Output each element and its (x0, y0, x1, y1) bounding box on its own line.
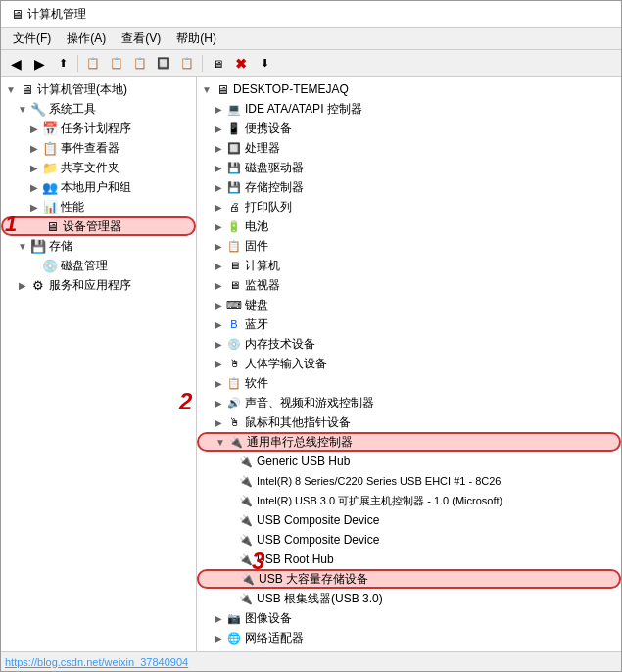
expander-audio[interactable]: ▶ (213, 397, 224, 408)
toolbar-up[interactable]: ⬆ (52, 53, 73, 74)
toolbar-btn1[interactable]: 📋 (82, 53, 104, 74)
menu-help[interactable]: 帮助(H) (168, 28, 224, 49)
tree-item-computer-mgmt[interactable]: ▼ 🖥 计算机管理(本地) (1, 79, 196, 99)
expander-monitors[interactable]: ▶ (213, 279, 224, 291)
tree-item-bluetooth[interactable]: ▶ B 蓝牙 (197, 314, 621, 334)
label-computer: 计算机 (245, 258, 280, 274)
label-firmware: 固件 (245, 238, 268, 255)
tree-item-intel8[interactable]: ▶ 🔌 Intel(R) 8 Series/C220 Series USB EH… (197, 471, 621, 491)
menu-view[interactable]: 查看(V) (114, 28, 168, 49)
tree-item-audio[interactable]: ▶ 🔊 声音、视频和游戏控制器 (197, 393, 621, 412)
tree-item-ide[interactable]: ▶ 💻 IDE ATA/ATAPI 控制器 (197, 99, 621, 119)
tree-item-usb-comp1[interactable]: ▶ 🔌 USB Composite Device (197, 510, 621, 530)
icon-usb-root: 🔌 (238, 552, 254, 567)
tree-item-processor[interactable]: ▶ 🔲 处理器 (197, 138, 621, 158)
expander-keyboard[interactable]: ▶ (213, 299, 224, 311)
toolbar-btn2[interactable]: 📋 (106, 53, 127, 74)
expander-portable[interactable]: ▶ (213, 122, 224, 134)
tree-item-usb-ctrl[interactable]: ▼ 🔌 通用串行总线控制器 (197, 432, 621, 452)
expander-image[interactable]: ▶ (213, 612, 224, 624)
toolbar-back[interactable]: ◀ (5, 53, 26, 74)
tree-item-perf[interactable]: ▶ 📊 性能 (1, 197, 196, 216)
toolbar-btn5[interactable]: 📋 (176, 53, 198, 74)
tree-item-task[interactable]: ▶ 📅 任务计划程序 (1, 119, 196, 138)
status-url: https://blog.csdn.net/weixin_37840904 (5, 656, 188, 668)
expander-task[interactable]: ▶ (28, 122, 40, 134)
expander-memory[interactable]: ▶ (213, 338, 224, 350)
expander-desktop[interactable]: ▼ (201, 83, 213, 95)
icon-perf: 📊 (42, 199, 58, 215)
expander-shared[interactable]: ▶ (28, 162, 40, 173)
tree-item-device-mgr[interactable]: ▶ 🖥 设备管理器 (1, 216, 196, 236)
expander-network[interactable]: ▶ (213, 632, 224, 644)
toolbar-close[interactable]: ✖ (230, 53, 252, 74)
expander-bluetooth[interactable]: ▶ (213, 318, 224, 330)
expander-storage[interactable]: ▼ (17, 240, 28, 252)
tree-item-desktop[interactable]: ▼ 🖥 DESKTOP-TEMEJAQ (197, 79, 621, 99)
tree-item-usb-root[interactable]: ▶ 🔌 USB Root Hub (197, 550, 621, 569)
title-bar: 🖥 计算机管理 (1, 1, 621, 28)
tree-item-shared[interactable]: ▶ 📁 共享文件夹 (1, 158, 196, 177)
tree-item-computer[interactable]: ▶ 🖥 计算机 (197, 256, 621, 275)
tree-item-disk-drives[interactable]: ▶ 💾 磁盘驱动器 (197, 158, 621, 177)
tree-item-disk[interactable]: ▶ 💿 磁盘管理 (1, 256, 196, 275)
tree-item-generic-hub[interactable]: ▶ 🔌 Generic USB Hub (197, 452, 621, 471)
toolbar-monitor[interactable]: 🖥 (207, 53, 228, 74)
menu-action[interactable]: 操作(A) (59, 28, 114, 49)
tree-item-usb-root3[interactable]: ▶ 🔌 USB 根集线器(USB 3.0) (197, 589, 621, 608)
tree-item-local-users[interactable]: ▶ 👥 本地用户和组 (1, 177, 196, 197)
tree-item-firmware[interactable]: ▶ 📋 固件 (197, 236, 621, 256)
tree-item-mouse[interactable]: ▶ 🖱 鼠标和其他指针设备 (197, 412, 621, 432)
icon-hid: 🖱 (226, 356, 242, 371)
expander-software[interactable]: ▶ (213, 377, 224, 389)
title-text: 计算机管理 (27, 6, 86, 23)
icon-intel-usb3: 🔌 (238, 493, 254, 508)
tree-item-intel-usb3[interactable]: ▶ 🔌 Intel(R) USB 3.0 可扩展主机控制器 - 1.0 (Mic… (197, 491, 621, 510)
expander-disk-drives[interactable]: ▶ (213, 162, 224, 173)
tree-item-monitors[interactable]: ▶ 🖥 监视器 (197, 275, 621, 295)
tree-item-memory[interactable]: ▶ 💿 内存技术设备 (197, 334, 621, 354)
tree-item-portable[interactable]: ▶ 📱 便携设备 (197, 119, 621, 138)
tree-item-usb-mass[interactable]: ▶ 🔌 USB 大容量存储设备 (197, 569, 621, 589)
menu-file[interactable]: 文件(F) (5, 28, 59, 49)
expander-usb-ctrl[interactable]: ▼ (215, 436, 226, 448)
expander-sys-tools[interactable]: ▼ (17, 103, 28, 115)
tree-item-keyboard[interactable]: ▶ ⌨ 键盘 (197, 295, 621, 314)
expander-firmware[interactable]: ▶ (213, 240, 224, 252)
expander-storage-ctrl[interactable]: ▶ (213, 181, 224, 193)
expander-event[interactable]: ▶ (28, 142, 40, 154)
expander-perf[interactable]: ▶ (28, 201, 40, 213)
toolbar-btn4[interactable]: 🔲 (153, 53, 174, 74)
expander-local-users[interactable]: ▶ (28, 181, 40, 193)
tree-item-hid[interactable]: ▶ 🖱 人体学输入设备 (197, 354, 621, 373)
tree-item-print[interactable]: ▶ 🖨 打印队列 (197, 197, 621, 216)
tree-item-network[interactable]: ▶ 🌐 网络适配器 (197, 628, 621, 648)
expander-print[interactable]: ▶ (213, 201, 224, 213)
expander-computer[interactable]: ▶ (213, 260, 224, 271)
expander-battery[interactable]: ▶ (213, 220, 224, 232)
tree-item-software[interactable]: ▶ 📋 软件 (197, 373, 621, 393)
label-shared: 共享文件夹 (61, 160, 120, 176)
tree-item-event[interactable]: ▶ 📋 事件查看器 (1, 138, 196, 158)
expander-hid[interactable]: ▶ (213, 358, 224, 369)
label-keyboard: 键盘 (245, 297, 268, 313)
tree-item-usb-comp2[interactable]: ▶ 🔌 USB Composite Device (197, 530, 621, 550)
tree-item-storage[interactable]: ▼ 💾 存储 (1, 236, 196, 256)
label-sys-tools: 系统工具 (49, 101, 96, 118)
expander-services[interactable]: ▶ (17, 279, 28, 291)
toolbar-forward[interactable]: ▶ (28, 53, 50, 74)
tree-item-image[interactable]: ▶ 📷 图像设备 (197, 608, 621, 628)
expander-computer-mgmt[interactable]: ▼ (5, 83, 17, 95)
label-storage: 存储 (49, 238, 72, 255)
tree-item-battery[interactable]: ▶ 🔋 电池 (197, 216, 621, 236)
toolbar-btn3[interactable]: 📋 (129, 53, 151, 74)
expander-mouse[interactable]: ▶ (213, 416, 224, 428)
tree-item-services[interactable]: ▶ ⚙ 服务和应用程序 (1, 275, 196, 295)
tree-item-sys-tools[interactable]: ▼ 🔧 系统工具 (1, 99, 196, 119)
label-memory: 内存技术设备 (245, 336, 315, 353)
expander-processor[interactable]: ▶ (213, 142, 224, 154)
icon-keyboard: ⌨ (226, 297, 242, 312)
tree-item-storage-ctrl[interactable]: ▶ 💾 存储控制器 (197, 177, 621, 197)
expander-ide[interactable]: ▶ (213, 103, 224, 115)
toolbar-download[interactable]: ⬇ (254, 53, 275, 74)
